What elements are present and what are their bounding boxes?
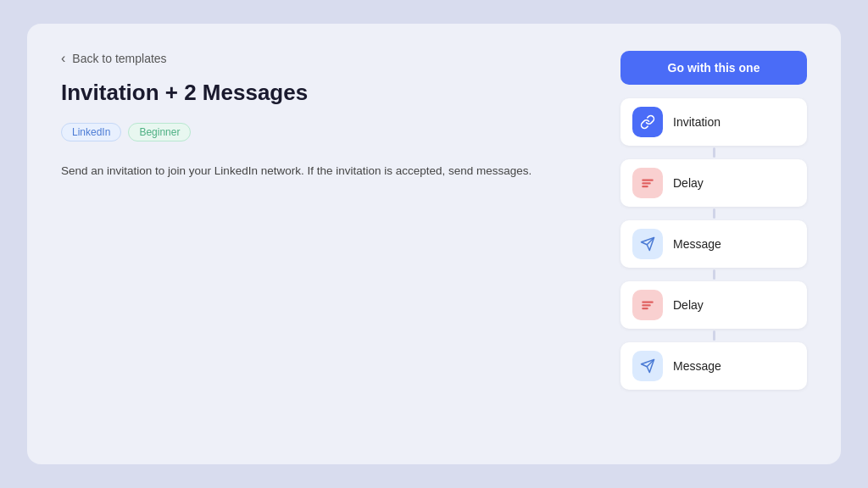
- svg-rect-0: [642, 180, 654, 181]
- chevron-left-icon: ‹: [61, 51, 65, 66]
- step-label-delay-1: Delay: [673, 176, 704, 190]
- step-connector-3: [713, 269, 715, 280]
- tag-beginner: Beginner: [128, 123, 191, 141]
- delay-icon-2: [632, 290, 663, 320]
- tags-container: LinkedIn Beginner: [61, 123, 620, 141]
- step-label-delay-2: Delay: [673, 298, 704, 312]
- tag-linkedin: LinkedIn: [61, 123, 121, 141]
- message-icon-1: [632, 229, 663, 259]
- step-card-message-1: Message: [620, 220, 807, 268]
- svg-rect-2: [642, 186, 648, 187]
- description-text: Send an invitation to join your LinkedIn…: [61, 162, 536, 180]
- right-panel: Go with this one Invitation: [620, 51, 807, 437]
- step-item-message-2: Message: [620, 342, 807, 390]
- step-item-delay-2: Delay: [620, 281, 807, 342]
- step-label-message-2: Message: [673, 359, 721, 373]
- go-with-this-one-button[interactable]: Go with this one: [620, 51, 807, 85]
- left-panel: ‹ Back to templates Invitation + 2 Messa…: [61, 51, 620, 437]
- step-item-delay-1: Delay: [620, 159, 807, 220]
- step-connector-2: [713, 208, 715, 219]
- step-item-invitation: Invitation: [620, 98, 807, 159]
- step-card-delay-1: Delay: [620, 159, 807, 207]
- step-card-invitation: Invitation: [620, 98, 807, 146]
- svg-rect-5: [642, 308, 648, 309]
- svg-rect-3: [642, 302, 654, 303]
- main-container: ‹ Back to templates Invitation + 2 Messa…: [27, 24, 841, 464]
- step-connector-1: [713, 147, 715, 158]
- step-card-delay-2: Delay: [620, 281, 807, 329]
- back-link-label: Back to templates: [72, 52, 166, 65]
- back-to-templates-link[interactable]: ‹ Back to templates: [61, 51, 620, 66]
- delay-icon-1: [632, 168, 663, 198]
- message-icon-2: [632, 351, 663, 381]
- page-title: Invitation + 2 Messages: [61, 80, 620, 106]
- step-item-message-1: Message: [620, 220, 807, 281]
- step-connector-4: [713, 330, 715, 341]
- svg-rect-1: [642, 182, 651, 184]
- step-label-message-1: Message: [673, 237, 721, 251]
- svg-rect-4: [642, 304, 651, 306]
- step-card-message-2: Message: [620, 342, 807, 390]
- invitation-icon: [632, 107, 663, 137]
- steps-list: Invitation Delay: [620, 98, 807, 390]
- step-label-invitation: Invitation: [673, 115, 721, 129]
